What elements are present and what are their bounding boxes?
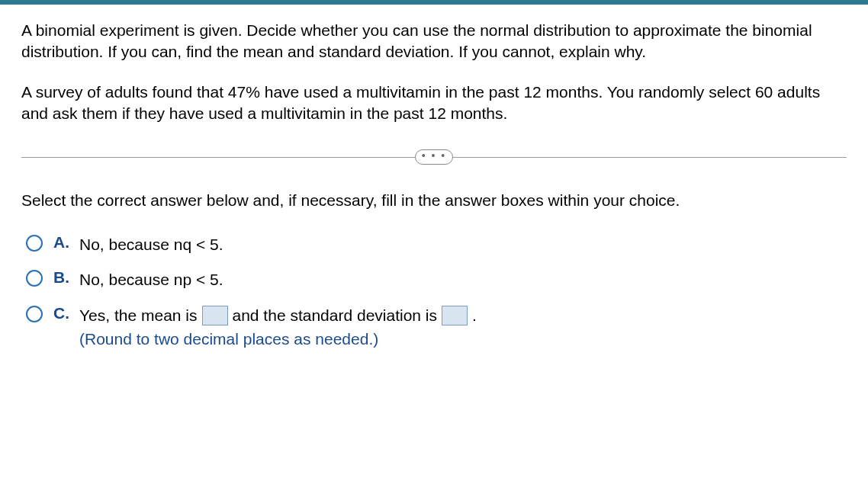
answer-instruction: Select the correct answer below and, if … [21, 190, 847, 211]
option-c-text-1: Yes, the mean is [79, 304, 198, 327]
stddev-input[interactable] [442, 306, 468, 325]
option-c-line: Yes, the mean is and the standard deviat… [79, 304, 477, 327]
option-a-radio[interactable] [26, 235, 43, 252]
option-c-hint: (Round to two decimal places as needed.) [79, 330, 477, 348]
option-b-label: B. [53, 268, 72, 287]
option-c-text-2: and the standard deviation is [233, 304, 438, 327]
option-c-label: C. [53, 304, 72, 322]
option-b-text: No, because np < 5. [79, 268, 223, 291]
question-prompt: A binomial experiment is given. Decide w… [21, 20, 847, 63]
question-scenario: A survey of adults found that 47% have u… [21, 82, 847, 125]
ellipsis-icon: • • • [422, 149, 446, 162]
option-a-label: A. [53, 233, 72, 252]
section-divider: • • • [21, 146, 847, 168]
option-a-text: No, because nq < 5. [79, 233, 223, 256]
option-b-radio[interactable] [26, 270, 43, 287]
option-b-row: B. No, because np < 5. [26, 268, 847, 291]
option-c-body: Yes, the mean is and the standard deviat… [79, 304, 477, 348]
question-content: A binomial experiment is given. Decide w… [0, 5, 868, 348]
option-a-row: A. No, because nq < 5. [26, 233, 847, 256]
options-group: A. No, because nq < 5. B. No, because np… [21, 233, 847, 348]
option-c-radio[interactable] [26, 306, 43, 322]
expand-button[interactable]: • • • [415, 149, 453, 165]
option-c-text-3: . [472, 304, 477, 327]
option-c-row: C. Yes, the mean is and the standard dev… [26, 304, 847, 348]
mean-input[interactable] [202, 306, 228, 325]
